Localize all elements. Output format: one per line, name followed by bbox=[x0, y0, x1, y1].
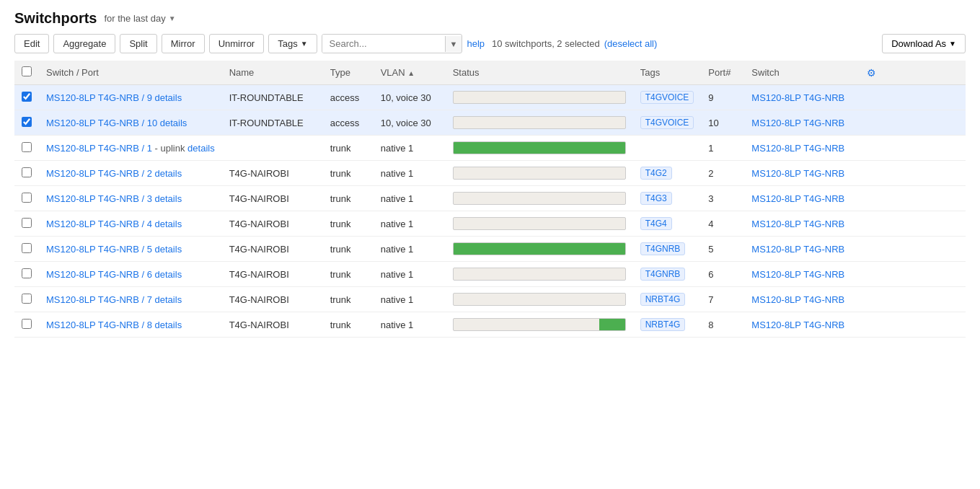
page-title: Switchports bbox=[14, 10, 97, 27]
table-row: MS120-8LP T4G-NRB / 8 details T4G-NAIROB… bbox=[14, 312, 966, 338]
switch-port-link[interactable]: MS120-8LP T4G-NRB / 5 bbox=[46, 244, 152, 255]
switch-port-link[interactable]: MS120-8LP T4G-NRB / 6 bbox=[46, 269, 152, 280]
row-port-cell: 7 bbox=[701, 287, 744, 312]
unmirror-button[interactable]: Unmirror bbox=[209, 34, 265, 53]
row-status-cell bbox=[446, 262, 633, 287]
row-vlan: native 1 bbox=[381, 320, 414, 330]
deselect-all-link[interactable]: (deselect all) bbox=[604, 38, 658, 49]
row-switch-link[interactable]: MS120-8LP T4G-NRB bbox=[751, 294, 844, 305]
row-checkbox[interactable] bbox=[22, 294, 32, 304]
search-input[interactable] bbox=[322, 35, 445, 53]
switch-port-link[interactable]: MS120-8LP T4G-NRB / 2 bbox=[46, 168, 152, 179]
tag-badge[interactable]: NRBT4G bbox=[640, 318, 686, 331]
row-checkbox[interactable] bbox=[22, 218, 32, 228]
row-checkbox[interactable] bbox=[22, 319, 32, 329]
row-switch-port-cell: MS120-8LP T4G-NRB / 6 details bbox=[39, 262, 222, 287]
switch-port-link[interactable]: MS120-8LP T4G-NRB / 1 bbox=[46, 143, 152, 154]
row-type: trunk bbox=[330, 320, 351, 330]
col-header-vlan[interactable]: VLAN ▲ bbox=[374, 61, 446, 85]
tag-badge[interactable]: T4G2 bbox=[640, 167, 672, 180]
row-checkbox[interactable] bbox=[22, 167, 32, 177]
row-checkbox-cell bbox=[14, 110, 39, 136]
row-checkbox[interactable] bbox=[22, 268, 32, 278]
row-checkbox[interactable] bbox=[22, 193, 32, 203]
switch-port-link[interactable]: MS120-8LP T4G-NRB / 3 bbox=[46, 193, 152, 204]
row-switch-link[interactable]: MS120-8LP T4G-NRB bbox=[751, 92, 844, 103]
tag-badge[interactable]: T4GVOICE bbox=[640, 116, 694, 129]
details-link[interactable]: details bbox=[155, 244, 182, 255]
row-checkbox[interactable] bbox=[22, 243, 32, 253]
tags-button[interactable]: Tags ▼ bbox=[268, 34, 317, 53]
row-vlan: native 1 bbox=[381, 269, 414, 280]
details-link[interactable]: details bbox=[160, 118, 187, 128]
row-switch-link[interactable]: MS120-8LP T4G-NRB bbox=[751, 219, 844, 229]
row-status-cell bbox=[446, 186, 633, 211]
tag-badge[interactable]: T4GNRB bbox=[640, 242, 686, 255]
status-bar bbox=[453, 116, 626, 129]
details-link[interactable]: details bbox=[155, 168, 182, 179]
table-row: MS120-8LP T4G-NRB / 9 details IT-ROUNDTA… bbox=[14, 85, 966, 110]
chevron-down-icon: ▼ bbox=[949, 40, 956, 48]
details-link[interactable]: details bbox=[155, 92, 182, 103]
tag-badge[interactable]: T4G4 bbox=[640, 217, 672, 230]
row-switch-link[interactable]: MS120-8LP T4G-NRB bbox=[751, 244, 844, 255]
row-tags-cell: T4GVOICE bbox=[633, 110, 702, 136]
split-button[interactable]: Split bbox=[120, 34, 156, 53]
search-dropdown-button[interactable]: ▼ bbox=[445, 36, 462, 52]
table-row: MS120-8LP T4G-NRB / 3 details T4G-NAIROB… bbox=[14, 186, 966, 211]
tag-badge[interactable]: NRBT4G bbox=[640, 293, 686, 306]
row-vlan-cell: native 1 bbox=[374, 186, 446, 211]
row-vlan-cell: 10, voice 30 bbox=[374, 85, 446, 110]
table-row: MS120-8LP T4G-NRB / 10 details IT-ROUNDT… bbox=[14, 110, 966, 136]
switch-port-link[interactable]: MS120-8LP T4G-NRB / 7 bbox=[46, 294, 152, 305]
row-switch-link[interactable]: MS120-8LP T4G-NRB bbox=[751, 193, 844, 204]
details-link[interactable]: details bbox=[187, 143, 215, 154]
status-bar bbox=[453, 293, 626, 306]
switch-port-link[interactable]: MS120-8LP T4G-NRB / 9 bbox=[46, 92, 152, 103]
details-link[interactable]: details bbox=[155, 193, 182, 204]
settings-icon[interactable]: ⚙ bbox=[867, 67, 876, 79]
row-name-cell: T4G-NAIROBI bbox=[222, 312, 323, 338]
row-type-cell: trunk bbox=[323, 186, 374, 211]
switch-port-link[interactable]: MS120-8LP T4G-NRB / 8 bbox=[46, 320, 152, 330]
row-type: access bbox=[330, 118, 359, 128]
details-link[interactable]: details bbox=[155, 219, 182, 229]
download-button[interactable]: Download As ▼ bbox=[882, 34, 966, 53]
row-switch-link[interactable]: MS120-8LP T4G-NRB bbox=[751, 168, 844, 179]
row-type: trunk bbox=[330, 219, 351, 229]
details-link[interactable]: details bbox=[155, 294, 182, 305]
row-checkbox[interactable] bbox=[22, 92, 32, 102]
row-switch-link[interactable]: MS120-8LP T4G-NRB bbox=[751, 320, 844, 330]
row-tags-cell: T4G2 bbox=[633, 161, 702, 186]
select-all-header bbox=[14, 61, 39, 85]
select-all-checkbox[interactable] bbox=[22, 66, 32, 76]
time-filter[interactable]: for the last day ▼ bbox=[104, 13, 175, 24]
row-port-num: 2 bbox=[708, 168, 713, 179]
row-status-cell bbox=[446, 161, 633, 186]
col-header-type: Type bbox=[323, 61, 374, 85]
edit-button[interactable]: Edit bbox=[14, 34, 49, 53]
status-bar bbox=[453, 318, 626, 331]
row-checkbox-cell bbox=[14, 262, 39, 287]
row-checkbox[interactable] bbox=[22, 142, 32, 152]
details-link[interactable]: details bbox=[155, 320, 182, 330]
row-switch-port-cell: MS120-8LP T4G-NRB / 4 details bbox=[39, 211, 222, 237]
switch-port-link[interactable]: MS120-8LP T4G-NRB / 4 bbox=[46, 219, 152, 229]
tag-badge[interactable]: T4G3 bbox=[640, 192, 672, 205]
row-switch-link[interactable]: MS120-8LP T4G-NRB bbox=[751, 269, 844, 280]
tag-badge[interactable]: T4GVOICE bbox=[640, 91, 694, 104]
row-tags-cell: T4GNRB bbox=[633, 262, 702, 287]
status-bar bbox=[453, 91, 626, 104]
tag-badge[interactable]: T4GNRB bbox=[640, 268, 686, 281]
switch-port-link[interactable]: MS120-8LP T4G-NRB / 10 bbox=[46, 118, 157, 128]
row-name: IT-ROUNDTABLE bbox=[229, 92, 304, 103]
row-switch-link[interactable]: MS120-8LP T4G-NRB bbox=[751, 143, 844, 154]
aggregate-button[interactable]: Aggregate bbox=[53, 34, 115, 53]
row-actions-cell bbox=[860, 136, 966, 161]
row-switch-cell: MS120-8LP T4G-NRB bbox=[744, 110, 860, 136]
mirror-button[interactable]: Mirror bbox=[162, 34, 205, 53]
row-switch-link[interactable]: MS120-8LP T4G-NRB bbox=[751, 118, 844, 128]
row-checkbox[interactable] bbox=[22, 117, 32, 127]
help-link[interactable]: help bbox=[467, 38, 485, 49]
details-link[interactable]: details bbox=[155, 269, 182, 280]
